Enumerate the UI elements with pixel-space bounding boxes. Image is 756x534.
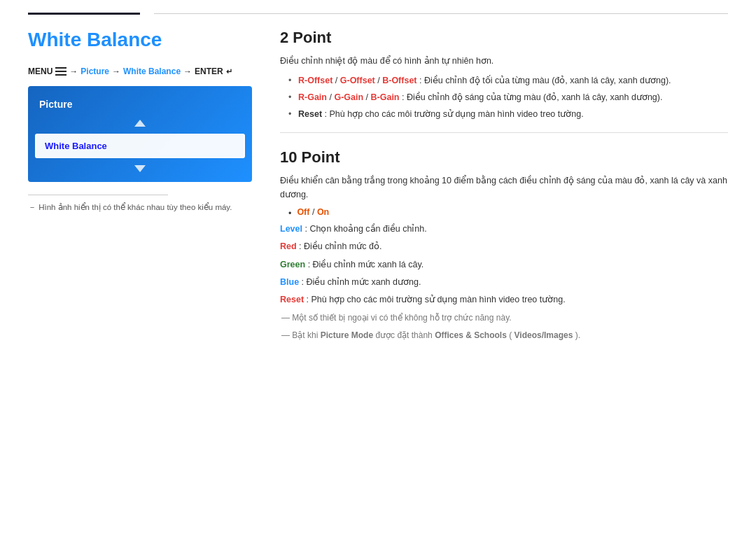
sep4: / xyxy=(366,92,371,102)
menu-path-picture: Picture xyxy=(80,66,109,76)
g-gain-label: G-Gain xyxy=(334,92,363,102)
red-label: Red xyxy=(280,241,297,251)
svg-rect-0 xyxy=(55,67,66,69)
left-divider xyxy=(28,195,168,195)
svg-rect-1 xyxy=(55,71,66,72)
level-desc: : Chọn khoảng cần điều chỉnh. xyxy=(304,224,426,234)
red-desc: : Điều chỉnh mức đỏ. xyxy=(299,241,382,251)
menu-path-arrow1: → xyxy=(69,66,78,76)
bullet-gain: R-Gain / G-Gain / B-Gain : Điều chỉnh độ… xyxy=(288,90,728,104)
picture-menu-header: Picture xyxy=(28,93,252,117)
reset-desc-10point: : Phù hợp cho các môi trường sử dụng màn… xyxy=(307,295,566,304)
bullet-reset-2point: Reset : Phù hợp cho các môi trường sử dụ… xyxy=(288,107,728,121)
menu-path-whitebalance: White Balance xyxy=(123,66,181,76)
red-param: Red : Điều chỉnh mức đỏ. xyxy=(280,239,728,254)
videos-images-label: Videos/Images xyxy=(514,330,573,340)
menu-icon xyxy=(55,67,66,76)
reset-label-2point: Reset xyxy=(298,109,322,119)
level-label: Level xyxy=(280,224,302,234)
r-gain-label: R-Gain xyxy=(298,92,327,102)
svg-rect-2 xyxy=(55,74,66,76)
green-label: Green xyxy=(280,260,305,269)
offices-schools-label: Offices & Schools xyxy=(435,330,507,340)
page-title: White Balance xyxy=(28,29,252,51)
menu-path-menu: MENU xyxy=(28,66,52,76)
top-bar-left-line xyxy=(28,13,140,15)
gain-desc: : Điều chỉnh độ sáng của từng màu (đỏ, x… xyxy=(402,92,662,102)
offset-desc: : Điều chỉnh độ tối của từng màu (đỏ, xa… xyxy=(419,76,671,85)
b-gain-label: B-Gain xyxy=(371,92,400,102)
reset-label-10point: Reset xyxy=(280,295,304,304)
section-divider xyxy=(280,132,728,133)
right-column: 2 Point Điều chỉnh nhiệt độ màu để có hì… xyxy=(280,29,728,343)
off-label: Off xyxy=(297,207,309,217)
arrow-up-container[interactable] xyxy=(28,117,252,129)
section-2point-title: 2 Point xyxy=(280,29,728,47)
arrow-down-container[interactable] xyxy=(28,162,252,175)
note-1: Một số thiết bị ngoại vi có thể không hỗ… xyxy=(280,311,728,325)
arrow-down-icon[interactable] xyxy=(134,165,146,172)
off-on-bullet: • Off / On xyxy=(288,207,728,218)
menu-path: MENU → Picture → White Balance → ENTER ↵ xyxy=(28,66,252,76)
picture-mode-label: Picture Mode xyxy=(321,330,373,340)
r-offset-label: R-Offset xyxy=(298,76,332,85)
menu-path-enter: ENTER xyxy=(195,66,223,76)
g-offset-label: G-Offset xyxy=(340,76,375,85)
arrow-up-icon[interactable] xyxy=(134,120,146,127)
b-offset-label: B-Offset xyxy=(382,76,416,85)
section-10point: 10 Point Điều khiển cân bằng trắng trong… xyxy=(280,148,728,343)
note-2: Bật khi Picture Mode được đặt thành Offi… xyxy=(280,329,728,342)
reset-desc-2point: : Phù hợp cho các môi trường sử dụng màn… xyxy=(325,109,584,119)
off-on-sep: / xyxy=(312,207,317,217)
menu-path-arrow3: → xyxy=(183,66,192,76)
left-column: White Balance MENU → Picture → White Bal… xyxy=(28,29,252,343)
top-bar xyxy=(0,0,756,15)
bullet-offset: R-Offset / G-Offset / B-Offset : Điều ch… xyxy=(288,73,728,87)
blue-desc: : Điều chỉnh mức xanh dương. xyxy=(302,277,421,287)
on-label: On xyxy=(317,207,329,217)
reset-param: Reset : Phù hợp cho các môi trường sử dụ… xyxy=(280,293,728,307)
note2-paren-open: ( xyxy=(509,330,512,340)
content-area: White Balance MENU → Picture → White Bal… xyxy=(0,15,756,371)
sep1: / xyxy=(335,76,340,85)
section-2point-desc: Điều chỉnh nhiệt độ màu để có hình ảnh t… xyxy=(280,54,728,68)
picture-menu: Picture White Balance xyxy=(28,86,252,182)
enter-icon: ↵ xyxy=(226,67,232,76)
section-10point-title: 10 Point xyxy=(280,148,728,167)
blue-label: Blue xyxy=(280,277,299,287)
level-param: Level : Chọn khoảng cần điều chỉnh. xyxy=(280,222,728,237)
section-2point-bullets: R-Offset / G-Offset / B-Offset : Điều ch… xyxy=(288,73,728,121)
note2-paren-close: ). xyxy=(575,330,580,340)
section-10point-desc: Điều khiển cân bằng trắng trong khoảng 1… xyxy=(280,174,728,202)
green-param: Green : Điều chỉnh mức xanh lá cây. xyxy=(280,258,728,272)
green-desc: : Điều chỉnh mức xanh lá cây. xyxy=(308,260,424,269)
white-balance-menu-item[interactable]: White Balance xyxy=(35,134,245,158)
note2-prefix: Bật khi xyxy=(292,330,320,340)
top-bar-right-line xyxy=(154,13,728,14)
section-2point: 2 Point Điều chỉnh nhiệt độ màu để có hì… xyxy=(280,29,728,121)
blue-param: Blue : Điều chỉnh mức xanh dương. xyxy=(280,275,728,290)
footnote: － Hình ảnh hiển thị có thể khác nhau tùy… xyxy=(28,202,252,213)
note2-mid: được đặt thành xyxy=(375,330,435,340)
bullet-dot: • xyxy=(288,209,291,218)
menu-path-arrow2: → xyxy=(112,66,120,76)
